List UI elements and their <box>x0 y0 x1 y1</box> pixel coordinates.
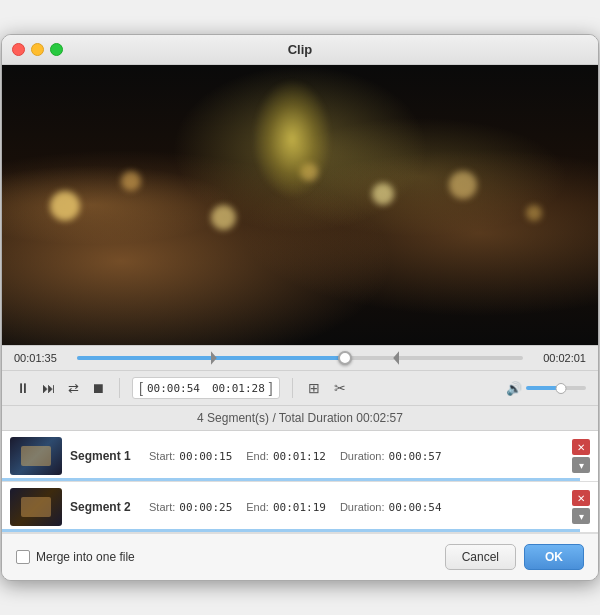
traffic-lights <box>12 43 63 56</box>
clip-window: Clip 00:01:35 00:02:01 <box>1 34 599 581</box>
trim-marker-right[interactable] <box>389 351 399 365</box>
current-time-label: 00:01:35 <box>14 352 69 364</box>
segment-2-duration-field: Duration: 00:00:54 <box>340 501 442 514</box>
footer-bar: Merge into one file Cancel OK <box>2 533 598 580</box>
timeline-bar: 00:01:35 00:02:01 <box>2 345 598 370</box>
segment-1-duration-field: Duration: 00:00:57 <box>340 450 442 463</box>
timeline-thumb[interactable] <box>338 351 352 365</box>
segment-2-down-button[interactable]: ▾ <box>572 508 590 524</box>
clip-icon[interactable]: ✂ <box>331 378 349 398</box>
merge-checkbox[interactable] <box>16 550 30 564</box>
segment-1-end-field: End: 00:01:12 <box>246 450 326 463</box>
trim-start-bracket[interactable]: [ <box>139 380 143 396</box>
timeline-track[interactable] <box>77 356 523 360</box>
segment-1-info: Segment 1 Start: 00:00:15 End: 00:01:12 … <box>70 449 564 463</box>
trim-time-group: [ 00:00:54 00:01:28 ] <box>132 377 280 399</box>
volume-area: 🔊 <box>506 381 586 396</box>
crop-icon[interactable]: ⊞ <box>305 378 323 398</box>
segment-1-name: Segment 1 <box>70 449 135 463</box>
ok-button[interactable]: OK <box>524 544 584 570</box>
divider <box>119 378 120 398</box>
loop-button[interactable]: ⇄ <box>66 379 81 398</box>
segment-2-name: Segment 2 <box>70 500 135 514</box>
segment-2-thumbnail <box>10 488 62 526</box>
segment-2-start-field: Start: 00:00:25 <box>149 501 232 514</box>
segment-2-actions: ✕ ▾ <box>572 490 590 524</box>
segment-2-end-field: End: 00:01:19 <box>246 501 326 514</box>
pause-button[interactable]: ⏸ <box>14 378 32 398</box>
segment-2-progress <box>2 529 580 532</box>
segment-2-info: Segment 2 Start: 00:00:25 End: 00:01:19 … <box>70 500 564 514</box>
segment-list: Segment 1 Start: 00:00:15 End: 00:01:12 … <box>2 431 598 533</box>
volume-icon: 🔊 <box>506 381 522 396</box>
volume-thumb[interactable] <box>555 383 566 394</box>
segment-1-delete-button[interactable]: ✕ <box>572 439 590 455</box>
maximize-button[interactable] <box>50 43 63 56</box>
cancel-button[interactable]: Cancel <box>445 544 516 570</box>
segment-2-delete-button[interactable]: ✕ <box>572 490 590 506</box>
footer-buttons: Cancel OK <box>445 544 584 570</box>
segment-1-thumbnail <box>10 437 62 475</box>
step-forward-button[interactable]: ⏭ <box>40 378 58 398</box>
playback-controls: ⏸ ⏭ ⇄ ⏹ [ 00:00:54 00:01:28 ] ⊞ ✂ 🔊 <box>2 370 598 405</box>
video-player[interactable] <box>2 65 598 345</box>
segment-row: Segment 1 Start: 00:00:15 End: 00:01:12 … <box>2 431 598 482</box>
titlebar: Clip <box>2 35 598 65</box>
trim-end-value: 00:01:28 <box>212 382 265 395</box>
merge-label: Merge into one file <box>36 550 135 564</box>
minimize-button[interactable] <box>31 43 44 56</box>
end-time-label: 00:02:01 <box>531 352 586 364</box>
stop-button[interactable]: ⏹ <box>89 378 107 398</box>
volume-slider[interactable] <box>526 386 586 390</box>
segment-1-start-field: Start: 00:00:15 <box>149 450 232 463</box>
segment-1-actions: ✕ ▾ <box>572 439 590 473</box>
segment-1-progress <box>2 478 580 481</box>
timeline-container[interactable] <box>77 356 523 360</box>
segment-1-down-button[interactable]: ▾ <box>572 457 590 473</box>
segments-header: 4 Segment(s) / Total Duration 00:02:57 <box>2 405 598 431</box>
close-button[interactable] <box>12 43 25 56</box>
video-frame <box>2 65 598 345</box>
trim-start-value: 00:00:54 <box>147 382 200 395</box>
divider2 <box>292 378 293 398</box>
segment-row: Segment 2 Start: 00:00:25 End: 00:01:19 … <box>2 482 598 533</box>
trim-end-bracket[interactable]: ] <box>269 380 273 396</box>
window-title: Clip <box>288 42 313 57</box>
merge-checkbox-area: Merge into one file <box>16 550 135 564</box>
